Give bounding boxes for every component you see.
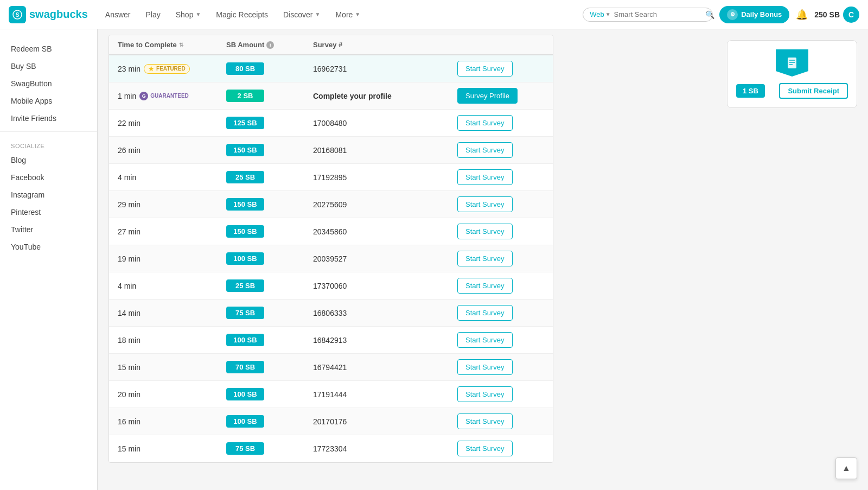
sb-badge: 75 SB xyxy=(226,442,264,455)
time-cell: 18 min xyxy=(118,336,226,345)
col-time-to-complete: Time to Complete ⇅ xyxy=(118,41,226,49)
survey-num-cell: 17723304 xyxy=(313,444,457,453)
table-row: 4 min 25 SB 17370060 Start Survey xyxy=(109,272,553,300)
layout: Redeem SB Buy SB SwagButton Mobile Apps … xyxy=(0,29,868,485)
action-cell: Start Survey xyxy=(457,115,544,131)
survey-profile-button[interactable]: Survey Profile xyxy=(457,88,518,104)
sb-amount-cell: 125 SB xyxy=(226,117,313,129)
search-input[interactable] xyxy=(614,10,705,18)
sb-badge: 150 SB xyxy=(226,225,264,238)
start-survey-button[interactable]: Start Survey xyxy=(457,224,513,239)
start-survey-button[interactable]: Start Survey xyxy=(457,169,513,185)
action-cell: Start Survey xyxy=(457,61,544,77)
sidebar: Redeem SB Buy SB SwagButton Mobile Apps … xyxy=(0,29,98,485)
table-row: 4 min 25 SB 17192895 Start Survey xyxy=(109,164,553,191)
socialize-section-label: SOCIALIZE xyxy=(0,136,97,151)
survey-num-cell: 17191444 xyxy=(313,390,457,399)
survey-profile-label: Complete your profile xyxy=(313,92,457,100)
table-row: 23 min ★ FEATURED 80 SB 16962731 Start S… xyxy=(109,55,553,82)
time-cell: 29 min xyxy=(118,200,226,209)
avatar[interactable]: C xyxy=(843,7,859,23)
survey-num-cell: 17192895 xyxy=(313,173,457,182)
time-sort-icon[interactable]: ⇅ xyxy=(179,42,183,48)
start-survey-button[interactable]: Start Survey xyxy=(457,115,513,131)
sidebar-item-youtube[interactable]: YouTube xyxy=(0,238,97,256)
table-row: 15 min 75 SB 17723304 Start Survey xyxy=(109,435,553,462)
survey-num-cell: 16842913 xyxy=(313,336,457,345)
sidebar-item-facebook[interactable]: Facebook xyxy=(0,169,97,186)
guaranteed-icon: G xyxy=(139,92,148,100)
search-type-selector[interactable]: Web ▼ xyxy=(590,10,610,18)
action-cell: Start Survey xyxy=(457,251,544,266)
time-value: 22 min xyxy=(118,119,141,128)
start-survey-button[interactable]: Start Survey xyxy=(457,305,513,321)
sidebar-divider xyxy=(0,131,97,132)
action-cell: Survey Profile xyxy=(457,88,544,104)
sidebar-item-blog[interactable]: Blog xyxy=(0,151,97,169)
action-cell: Start Survey xyxy=(457,386,544,402)
daily-bonus-button[interactable]: ⚙ Daily Bonus xyxy=(719,6,789,23)
table-row: 20 min 100 SB 17191444 Start Survey xyxy=(109,381,553,408)
survey-num-cell: 20039527 xyxy=(313,254,457,263)
start-survey-button[interactable]: Start Survey xyxy=(457,278,513,294)
time-cell: 20 min xyxy=(118,390,226,399)
start-survey-button[interactable]: Start Survey xyxy=(457,359,513,375)
sb-badge: 2 SB xyxy=(226,90,264,102)
start-survey-button[interactable]: Start Survey xyxy=(457,441,513,456)
header-right: ⚙ Daily Bonus 🔔 250 SB C xyxy=(719,6,859,23)
survey-num-cell: 16962731 xyxy=(313,65,457,73)
sidebar-item-twitter[interactable]: Twitter xyxy=(0,221,97,238)
logo-text: swagbucks xyxy=(29,8,88,21)
nav-shop[interactable]: Shop▼ xyxy=(169,7,208,22)
sb-amount-cell: 100 SB xyxy=(226,388,313,400)
sb-badge: 25 SB xyxy=(226,279,264,292)
sidebar-item-buy-sb[interactable]: Buy SB xyxy=(0,58,97,75)
time-value: 19 min xyxy=(118,254,141,263)
nav-magic-receipts[interactable]: Magic Receipts xyxy=(209,7,275,22)
nav-more[interactable]: More▼ xyxy=(329,7,367,22)
time-value: 23 min xyxy=(118,65,141,73)
start-survey-button[interactable]: Start Survey xyxy=(457,251,513,266)
nav-play[interactable]: Play xyxy=(139,7,167,22)
sidebar-item-instagram[interactable]: Instagram xyxy=(0,186,97,203)
table-row: 29 min 150 SB 20275609 Start Survey xyxy=(109,191,553,218)
sidebar-item-redeem-sb[interactable]: Redeem SB xyxy=(0,40,97,58)
sidebar-item-swagbutton[interactable]: SwagButton xyxy=(0,75,97,92)
start-survey-button[interactable]: Start Survey xyxy=(457,413,513,429)
survey-num-cell: 16806333 xyxy=(313,309,457,317)
sb-badge: 25 SB xyxy=(226,171,264,183)
start-survey-button[interactable]: Start Survey xyxy=(457,386,513,402)
start-survey-button[interactable]: Start Survey xyxy=(457,332,513,348)
time-cell: 1 min G GUARANTEED xyxy=(118,92,226,100)
scroll-up-button[interactable]: ▲ xyxy=(835,457,857,479)
right-panel: 1 SB Submit Receipt xyxy=(716,29,868,119)
time-value: 4 min xyxy=(118,282,136,290)
time-cell: 16 min xyxy=(118,417,226,426)
time-value: 1 min xyxy=(118,92,136,100)
time-cell: 26 min xyxy=(118,146,226,155)
sb-amount-cell: 2 SB xyxy=(226,90,313,102)
receipt-ribbon xyxy=(736,49,848,77)
submit-receipt-button[interactable]: Submit Receipt xyxy=(779,83,848,99)
nav-discover[interactable]: Discover▼ xyxy=(277,7,327,22)
nav-answer[interactable]: Answer xyxy=(99,7,137,22)
sb-badge: 125 SB xyxy=(226,117,264,129)
time-cell: 27 min xyxy=(118,227,226,236)
svg-rect-2 xyxy=(788,58,796,68)
sidebar-item-mobile-apps[interactable]: Mobile Apps xyxy=(0,92,97,110)
sb-amount-info-icon[interactable]: i xyxy=(266,41,274,49)
start-survey-button[interactable]: Start Survey xyxy=(457,142,513,158)
sidebar-item-invite-friends[interactable]: Invite Friends xyxy=(0,110,97,127)
start-survey-button[interactable]: Start Survey xyxy=(457,61,513,77)
notification-bell-icon[interactable]: 🔔 xyxy=(796,9,808,21)
receipt-sb-amount: 1 SB xyxy=(736,84,765,98)
sb-balance-value: 250 SB xyxy=(814,10,840,19)
table-row: 22 min 125 SB 17008480 Start Survey xyxy=(109,110,553,137)
start-survey-button[interactable]: Start Survey xyxy=(457,196,513,212)
col-survey-num: Survey # xyxy=(313,41,457,49)
sb-amount-cell: 75 SB xyxy=(226,442,313,455)
time-cell: 19 min xyxy=(118,254,226,263)
action-cell: Start Survey xyxy=(457,359,544,375)
logo[interactable]: S swagbucks xyxy=(9,6,88,23)
sidebar-item-pinterest[interactable]: Pinterest xyxy=(0,203,97,221)
